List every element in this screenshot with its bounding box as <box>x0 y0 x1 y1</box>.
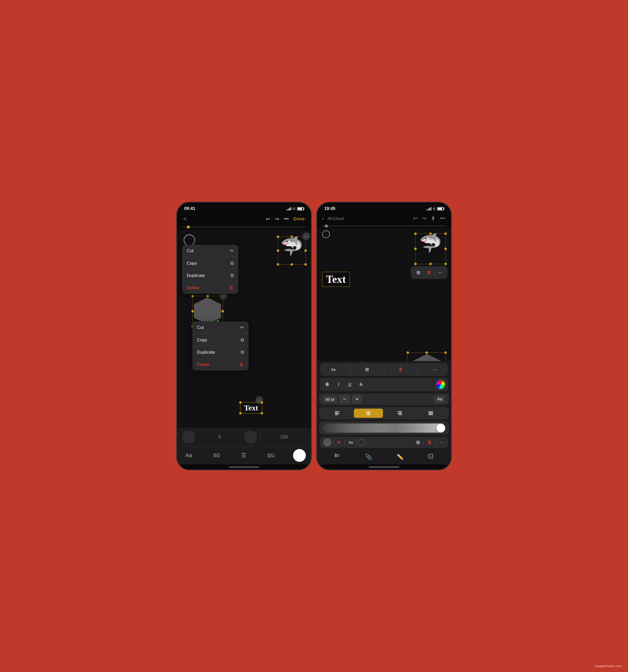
toolbar-row2-left: Aa 60 ☰ BIU <box>182 447 306 462</box>
scrubber-container-left <box>177 225 311 230</box>
align-btn[interactable]: ☰ <box>238 451 249 460</box>
context-copy-bottom[interactable]: Copy ⧉ <box>192 334 249 346</box>
scrubber-bar-right[interactable] <box>322 225 446 226</box>
svg-rect-11 <box>399 414 402 415</box>
strike-btn[interactable]: S <box>356 380 366 389</box>
sticker-duplicate-btn[interactable]: ⊞ <box>413 267 424 278</box>
toolbar-num1: 5 <box>198 434 242 440</box>
size-plus-btn[interactable]: + <box>352 395 362 404</box>
color-wheel-btn[interactable] <box>436 380 445 389</box>
white-circle-left <box>184 235 195 246</box>
text-more-btn[interactable]: ··· <box>429 364 440 375</box>
text-aa-bottom-btn[interactable]: Aa <box>347 439 355 446</box>
sticker-more-btn[interactable]: ··· <box>434 267 445 278</box>
duplicate-icon-top: ⧉ <box>230 273 234 278</box>
redo-button-right[interactable]: ↪ <box>421 214 427 222</box>
text-del-btn[interactable]: 🗑 <box>396 364 406 375</box>
battery-icon-left <box>297 207 304 211</box>
italic-btn[interactable]: I <box>334 380 343 389</box>
size-minus-btn[interactable]: − <box>339 395 350 404</box>
share-button-right[interactable]: ⬆ <box>430 214 436 222</box>
attach-icon[interactable]: 📎 <box>363 452 374 462</box>
done-button-left[interactable]: Done <box>292 215 306 223</box>
color-swatch-left[interactable] <box>293 449 306 462</box>
bold-btn[interactable]: B <box>323 380 332 389</box>
undo-button-right[interactable]: ↩ <box>412 214 419 222</box>
context-copy-top[interactable]: Copy ⧉ <box>182 257 238 269</box>
more-button-left[interactable]: ••• <box>283 215 290 223</box>
biu-btn[interactable]: BIU <box>265 451 278 459</box>
size-row: 60 pt − + Aa <box>319 393 449 405</box>
text-dup-btn[interactable]: ⊞ <box>362 364 373 375</box>
format-row: B I U S <box>320 378 448 391</box>
svg-rect-4 <box>366 411 371 412</box>
context-cut-top[interactable]: Cut ✂ <box>182 245 238 257</box>
svg-rect-5 <box>367 412 370 413</box>
more-button-right[interactable]: ••• <box>439 215 446 222</box>
sticker-delete-btn[interactable]: 🗑 <box>424 267 434 278</box>
canvas-left[interactable]: 🦈 ··· Cut ✂ <box>177 230 311 428</box>
cut-icon-bottom: ✂ <box>240 325 244 330</box>
app-wrapper: 09:41 ∈ < ↩ ↪ ••• Done <box>170 196 458 476</box>
sticker-dots-bubble[interactable]: ··· <box>302 233 310 240</box>
text-dup2-btn[interactable]: ⊞ <box>414 438 422 446</box>
scrubber-thumb-left[interactable] <box>187 225 190 229</box>
text-sep-1 <box>350 366 350 373</box>
signal-icon-left <box>287 207 291 211</box>
text-more2-btn[interactable]: ··· <box>437 439 445 446</box>
text-toggle-btn[interactable] <box>323 438 331 447</box>
circle-btn-2[interactable] <box>244 430 257 443</box>
align-justify-btn[interactable] <box>416 409 445 418</box>
scrubber-bar-left[interactable] <box>182 226 306 227</box>
text-close-btn[interactable]: ✕ <box>335 438 343 447</box>
watermark: GadgetHacks.com <box>595 664 622 668</box>
undo-button-left[interactable]: ↩ <box>265 215 271 223</box>
text-label-right: Text <box>326 273 346 285</box>
align-row <box>319 407 449 419</box>
circle-btn-1[interactable] <box>182 430 196 443</box>
size-aa-btn[interactable]: Aa <box>434 395 445 403</box>
back-button-left[interactable]: < <box>182 214 188 223</box>
nav-actions-left: ↩ ↪ ••• Done <box>265 215 306 223</box>
inline-sep-b4 <box>424 439 424 446</box>
align-center-btn[interactable] <box>354 409 383 418</box>
aa-btn[interactable]: Aa <box>182 451 195 460</box>
monster-sticker-right[interactable]: 🦈 <box>415 234 446 264</box>
context-duplicate-top[interactable]: Duplicate ⧉ <box>182 269 238 282</box>
nav-back-right: ‹ All iCloud <box>322 215 345 222</box>
align-left-btn[interactable] <box>323 409 352 418</box>
context-duplicate-bottom[interactable]: Duplicate ⧉ <box>192 346 249 359</box>
delete-icon-bottom: 🗑 <box>240 362 244 367</box>
text-box-left[interactable]: Text <box>240 402 262 413</box>
toolbar-row1-left: 5 100 <box>182 430 306 447</box>
home-indicator-right <box>317 464 451 470</box>
monster-sticker-selected[interactable]: 🦈 ··· <box>278 237 306 265</box>
context-cut-bottom[interactable]: Cut ✂ <box>192 321 249 334</box>
align-right-btn[interactable] <box>385 409 414 418</box>
text-del2-btn[interactable]: 🗑 <box>425 439 434 446</box>
wifi-icon-left: ∈ <box>293 207 296 211</box>
opacity-thumb[interactable] <box>436 424 445 433</box>
bottom-action-bar-right: 📎 ✏️ <box>317 450 451 464</box>
context-delete-top[interactable]: Delete 🗑 <box>182 282 238 294</box>
text-aa-btn[interactable]: Aa <box>328 364 338 375</box>
inline-sep-b2 <box>345 439 345 446</box>
context-delete-bottom[interactable]: Delete 🗑 <box>192 359 249 370</box>
redo-button-left[interactable]: ↪ <box>274 215 280 223</box>
underline-btn[interactable]: U <box>345 380 354 389</box>
back-arrow-right[interactable]: ‹ <box>322 216 324 221</box>
battery-icon-right <box>437 207 444 211</box>
canvas-right[interactable]: 🦈 ⊞ 🗑 ··· Text <box>317 229 451 450</box>
back-label-right[interactable]: All iCloud <box>327 215 345 222</box>
text-element-left[interactable]: ··· Text <box>240 393 248 402</box>
text-box-right[interactable]: Text <box>322 272 350 287</box>
text-circle-btn[interactable] <box>358 439 365 446</box>
status-time-right: 19:45 <box>324 206 335 211</box>
svg-rect-13 <box>428 412 433 413</box>
layers-icon[interactable] <box>333 452 342 462</box>
scrubber-thumb-right[interactable] <box>325 224 328 227</box>
edit-icon[interactable] <box>426 452 435 462</box>
pen-icon[interactable]: ✏️ <box>395 452 405 462</box>
opacity-track[interactable] <box>323 424 445 433</box>
font-size-btn[interactable]: 60 <box>210 451 223 460</box>
